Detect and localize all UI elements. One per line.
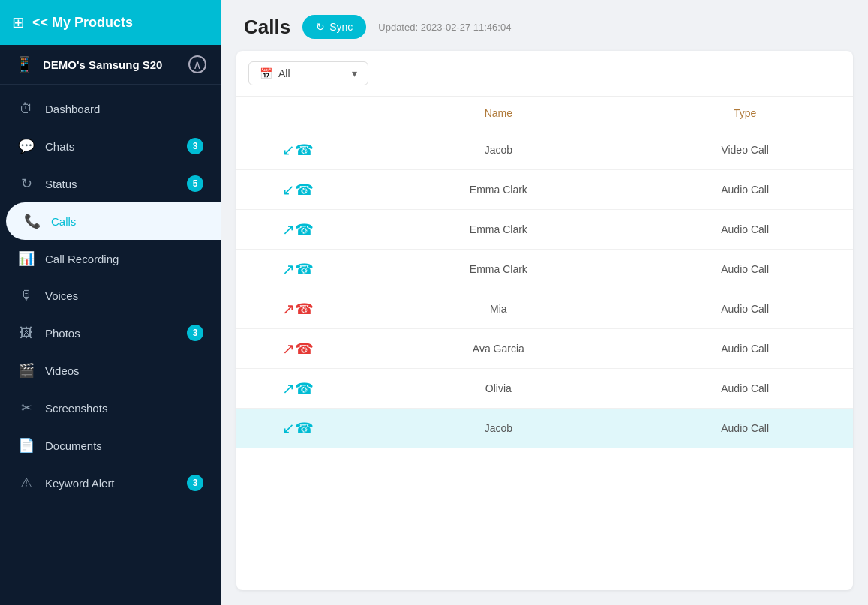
nav-left: 🎙 Voices — [18, 288, 78, 304]
table-row[interactable]: ↙☎ Jacob Audio Call — [236, 409, 853, 448]
nav-label-screenshots: Screenshots — [45, 402, 107, 415]
sidebar-item-voices[interactable]: 🎙 Voices — [0, 277, 221, 314]
call-type-cell: ↗☎ — [236, 210, 359, 250]
sidebar-item-photos[interactable]: 🖼 Photos 3 — [0, 314, 221, 352]
nav-left: 📊 Call Recording — [18, 250, 119, 267]
filter-bar: 📅 All ▾ — [236, 51, 853, 97]
call-type-label-cell: Video Call — [637, 130, 853, 170]
call-type-label-cell: Audio Call — [637, 369, 853, 409]
call-name-cell: Emma Clark — [359, 210, 637, 250]
badge-chats: 3 — [187, 138, 203, 154]
outgoing-call-icon: ↗☎ — [282, 221, 314, 238]
call-name-cell: Emma Clark — [359, 170, 637, 210]
call-type-label-cell: Audio Call — [637, 409, 853, 448]
call-type-cell: ↙☎ — [236, 170, 359, 210]
nav-label-call-recording: Call Recording — [45, 253, 119, 265]
table-row[interactable]: ↗☎ Emma Clark Audio Call — [236, 250, 853, 289]
call-name-cell: Emma Clark — [359, 250, 637, 289]
nav-left: 📞 Calls — [24, 213, 76, 229]
call-type-label-cell: Audio Call — [637, 289, 853, 329]
calendar-icon: 📅 — [260, 67, 272, 79]
sidebar-item-chats[interactable]: 💬 Chats 3 — [0, 127, 221, 165]
incoming-call-icon: ↙☎ — [282, 420, 314, 436]
badge-status: 5 — [187, 175, 203, 192]
videos-icon: 🎬 — [18, 362, 35, 379]
outgoing-call-icon: ↗☎ — [282, 261, 314, 277]
nav-label-videos: Videos — [45, 364, 80, 377]
device-row: 📱 DEMO's Samsung S20 ∧ — [0, 45, 221, 85]
table-row[interactable]: ↗☎ Emma Clark Audio Call — [236, 210, 853, 250]
nav-left: 💬 Chats — [18, 138, 74, 154]
calls-table: Name Type ↙☎ Jacob Video Call ↙☎ Emma Cl… — [236, 97, 853, 448]
device-info: 📱 DEMO's Samsung S20 — [15, 55, 162, 73]
outgoing-call-icon: ↗☎ — [282, 380, 314, 397]
call-name-cell: Jacob — [359, 130, 637, 170]
table-row[interactable]: ↗☎ Olivia Audio Call — [236, 369, 853, 409]
table-row[interactable]: ↙☎ Emma Clark Audio Call — [236, 170, 853, 210]
nav-label-documents: Documents — [45, 439, 102, 452]
call-type-cell: ↗☎ — [236, 329, 359, 369]
sync-icon: ↻ — [316, 21, 325, 33]
calls-table-container: 📅 All ▾ Name Type ↙☎ Jacob Video Call ↙☎… — [236, 51, 853, 590]
sidebar-item-videos[interactable]: 🎬 Videos — [0, 352, 221, 389]
nav-label-keyword-alert: Keyword Alert — [45, 477, 115, 490]
missed-call-icon: ↗☎ — [282, 301, 314, 317]
my-products-label: << My Products — [32, 15, 133, 31]
filter-label: All — [278, 67, 290, 79]
table-row[interactable]: ↗☎ Mia Audio Call — [236, 289, 853, 329]
main-content: Calls ↻ Sync Updated: 2023-02-27 11:46:0… — [221, 0, 868, 605]
nav-list: ⏱ Dashboard 💬 Chats 3 ↻ Status 5 📞 Calls — [0, 85, 221, 605]
call-type-label-cell: Audio Call — [637, 170, 853, 210]
th-type: Type — [637, 97, 853, 130]
call-type-cell: ↙☎ — [236, 130, 359, 170]
filter-dropdown[interactable]: 📅 All ▾ — [248, 61, 368, 85]
sidebar-item-keyword-alert[interactable]: ⚠ Keyword Alert 3 — [0, 464, 221, 502]
chevron-down-icon: ▾ — [352, 67, 357, 79]
nav-left: ⚠ Keyword Alert — [18, 475, 115, 491]
call-name-cell: Ava Garcia — [359, 329, 637, 369]
th-icon — [236, 97, 359, 130]
voices-icon: 🎙 — [18, 288, 35, 304]
sidebar-item-screenshots[interactable]: ✂ Screenshots — [0, 389, 221, 427]
my-products-header[interactable]: ⊞ << My Products — [0, 0, 221, 45]
call-type-cell: ↗☎ — [236, 250, 359, 289]
th-name: Name — [359, 97, 637, 130]
calls-icon: 📞 — [24, 213, 41, 229]
call-type-cell: ↙☎ — [236, 409, 359, 448]
sidebar-item-status[interactable]: ↻ Status 5 — [0, 165, 221, 202]
nav-left: ⏱ Dashboard — [18, 101, 100, 117]
sync-label: Sync — [329, 21, 353, 33]
device-chevron-icon[interactable]: ∧ — [188, 55, 206, 73]
nav-label-photos: Photos — [45, 327, 80, 340]
call-name-cell: Mia — [359, 289, 637, 329]
keyword-alert-icon: ⚠ — [18, 475, 35, 491]
sidebar-item-call-recording[interactable]: 📊 Call Recording — [0, 240, 221, 277]
call-type-cell: ↗☎ — [236, 289, 359, 329]
incoming-call-icon: ↙☎ — [282, 181, 314, 198]
call-type-cell: ↗☎ — [236, 369, 359, 409]
sidebar-item-dashboard[interactable]: ⏱ Dashboard — [0, 91, 221, 127]
missed-call-icon: ↗☎ — [282, 340, 314, 357]
nav-left: ✂ Screenshots — [18, 400, 107, 416]
call-type-label-cell: Audio Call — [637, 210, 853, 250]
incoming-call-icon: ↙☎ — [282, 142, 314, 158]
nav-left: 📄 Documents — [18, 437, 102, 454]
table-body: ↙☎ Jacob Video Call ↙☎ Emma Clark Audio … — [236, 130, 853, 448]
nav-left: 🎬 Videos — [18, 362, 80, 379]
nav-label-voices: Voices — [45, 289, 78, 302]
page-title: Calls — [244, 16, 290, 39]
sidebar-item-calls[interactable]: 📞 Calls — [6, 202, 221, 240]
sync-button[interactable]: ↻ Sync — [302, 15, 366, 39]
call-type-label-cell: Audio Call — [637, 250, 853, 289]
table-row[interactable]: ↗☎ Ava Garcia Audio Call — [236, 329, 853, 369]
documents-icon: 📄 — [18, 437, 35, 454]
badge-photos: 3 — [187, 325, 203, 341]
sidebar-item-documents[interactable]: 📄 Documents — [0, 427, 221, 464]
status-icon: ↻ — [18, 175, 35, 192]
device-icon: 📱 — [15, 55, 34, 73]
device-name: DEMO's Samsung S20 — [43, 58, 162, 71]
nav-label-chats: Chats — [45, 140, 74, 153]
table-header: Name Type — [236, 97, 853, 130]
table-row[interactable]: ↙☎ Jacob Video Call — [236, 130, 853, 170]
photos-icon: 🖼 — [18, 325, 35, 341]
